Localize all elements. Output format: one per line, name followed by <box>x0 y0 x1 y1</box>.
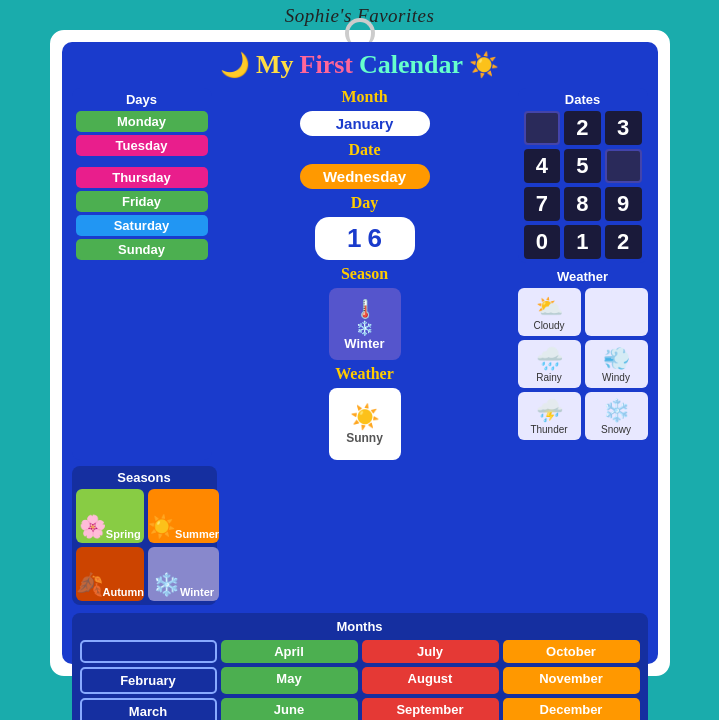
season-icon: ❄️ <box>153 572 180 598</box>
season-tile[interactable]: ☀️Summer <box>148 489 219 543</box>
date-tile[interactable]: 5 <box>564 149 601 183</box>
date-tile[interactable]: 2 <box>605 225 642 259</box>
date-tile[interactable]: 8 <box>564 187 601 221</box>
season-tile[interactable]: 🍂Autumn <box>76 547 145 601</box>
day-number-box: 1 6 <box>315 217 415 260</box>
weather-tile[interactable] <box>585 288 648 336</box>
season-name: Winter <box>180 586 214 598</box>
weather-tile[interactable]: 🌧️Rainy <box>518 340 581 388</box>
months-section: Months AprilJulyOctoberFebruaryMayAugust… <box>72 613 648 720</box>
month-button[interactable] <box>80 640 217 663</box>
season-icon-box[interactable]: 🌡️ ❄️ Winter <box>329 288 401 360</box>
day-thursday[interactable]: Thursday <box>76 167 208 188</box>
months-label: Months <box>80 619 640 634</box>
days-section: Days Monday Tuesday Thursday Friday Satu… <box>72 88 212 460</box>
snowflake-icon: ❄️ <box>356 320 373 336</box>
weather-sunny-box[interactable]: ☀️ Sunny <box>329 388 401 460</box>
weather-tile[interactable]: 💨Windy <box>585 340 648 388</box>
month-button[interactable]: July <box>362 640 499 663</box>
calendar-inner: 🌙 My First Calendar ☀️ Days Monday Tuesd… <box>62 42 658 664</box>
day-monday[interactable]: Monday <box>76 111 208 132</box>
moon-icon: 🌙 <box>220 51 250 79</box>
seasons-label: Seasons <box>76 470 213 485</box>
sun-icon: ☀️ <box>469 51 499 79</box>
weather-icon: 🌧️ <box>536 346 563 372</box>
season-tile[interactable]: 🌸Spring <box>76 489 145 543</box>
month-button[interactable]: March <box>80 698 217 720</box>
month-button[interactable]: November <box>503 667 640 694</box>
title-my: My <box>256 50 294 80</box>
date-label: Date <box>349 141 381 159</box>
weather-name: Rainy <box>536 372 562 383</box>
month-value[interactable]: January <box>300 111 430 136</box>
date-tile[interactable] <box>605 149 642 183</box>
date-value[interactable]: Wednesday <box>300 164 430 189</box>
weather-icon: ❄️ <box>603 398 630 424</box>
day-saturday[interactable]: Saturday <box>76 215 208 236</box>
month-button[interactable]: May <box>221 667 358 694</box>
date-tile[interactable]: 0 <box>524 225 561 259</box>
weather-icon: ⛅ <box>536 294 563 320</box>
season-label: Season <box>341 265 388 283</box>
date-tile[interactable]: 4 <box>524 149 561 183</box>
season-name: Summer <box>175 528 219 540</box>
calendar-frame: 🌙 My First Calendar ☀️ Days Monday Tuesd… <box>50 30 670 676</box>
weather-name: Cloudy <box>533 320 564 331</box>
weather-tile[interactable]: ⛈️Thunder <box>518 392 581 440</box>
season-value: Winter <box>344 336 384 351</box>
day-label: Day <box>351 194 379 212</box>
day-tuesday[interactable]: Tuesday <box>76 135 208 156</box>
day-gap <box>76 159 208 167</box>
dates-section: Dates 2345789012 <box>518 88 648 263</box>
weather-name: Snowy <box>601 424 631 435</box>
month-label: Month <box>341 88 387 106</box>
title-calendar: Calendar <box>359 50 463 80</box>
cal-header: 🌙 My First Calendar ☀️ <box>72 50 648 80</box>
day-sunday[interactable]: Sunday <box>76 239 208 260</box>
sun-weather-icon: ☀️ <box>350 403 380 431</box>
seasons-box: Seasons 🌸Spring☀️Summer🍂Autumn❄️Winter <box>72 466 217 605</box>
weather-tile[interactable]: ⛅Cloudy <box>518 288 581 336</box>
weather-label-mid: Weather <box>335 365 394 383</box>
month-button[interactable]: February <box>80 667 217 694</box>
day-digit1: 1 <box>347 223 361 254</box>
date-tile[interactable]: 1 <box>564 225 601 259</box>
day-digit2: 6 <box>368 223 382 254</box>
day-friday[interactable]: Friday <box>76 191 208 212</box>
weather-name: Windy <box>602 372 630 383</box>
weather-label: Weather <box>518 269 648 284</box>
main-grid: Days Monday Tuesday Thursday Friday Satu… <box>72 88 648 460</box>
date-tile[interactable]: 9 <box>605 187 642 221</box>
season-tile[interactable]: ❄️Winter <box>148 547 219 601</box>
title-first: First <box>300 50 353 80</box>
weather-name: Thunder <box>530 424 567 435</box>
date-tile[interactable] <box>524 111 561 145</box>
month-button[interactable]: December <box>503 698 640 720</box>
seasons-icons: 🌸Spring☀️Summer🍂Autumn❄️Winter <box>76 489 213 601</box>
month-button[interactable]: April <box>221 640 358 663</box>
weather-tile[interactable]: ❄️Snowy <box>585 392 648 440</box>
months-grid: AprilJulyOctoberFebruaryMayAugustNovembe… <box>80 640 640 720</box>
weather-section: Weather ⛅Cloudy🌧️Rainy💨Windy⛈️Thunder❄️S… <box>518 269 648 440</box>
bottom-mid-row: Seasons 🌸Spring☀️Summer🍂Autumn❄️Winter <box>72 466 648 605</box>
thermometer-icon: 🌡️ <box>354 298 376 320</box>
date-tile[interactable]: 7 <box>524 187 561 221</box>
dates-grid: 2345789012 <box>524 111 642 259</box>
season-name: Spring <box>106 528 141 540</box>
season-icon: 🍂 <box>76 572 103 598</box>
month-button[interactable]: October <box>503 640 640 663</box>
season-name: Autumn <box>103 586 145 598</box>
middle-section: Month January Date Wednesday Day 1 6 Sea… <box>218 88 512 460</box>
page-wrapper: Sophie's Favorites 🌙 My First Calendar ☀… <box>0 0 719 720</box>
date-tile[interactable]: 3 <box>605 111 642 145</box>
weather-icon: 💨 <box>603 346 630 372</box>
weather-value: Sunny <box>346 431 383 445</box>
weather-icon: ⛈️ <box>536 398 563 424</box>
month-button[interactable]: September <box>362 698 499 720</box>
dates-label: Dates <box>524 92 642 107</box>
season-icon: ☀️ <box>148 514 175 540</box>
date-tile[interactable]: 2 <box>564 111 601 145</box>
days-label: Days <box>76 92 208 107</box>
month-button[interactable]: August <box>362 667 499 694</box>
month-button[interactable]: June <box>221 698 358 720</box>
